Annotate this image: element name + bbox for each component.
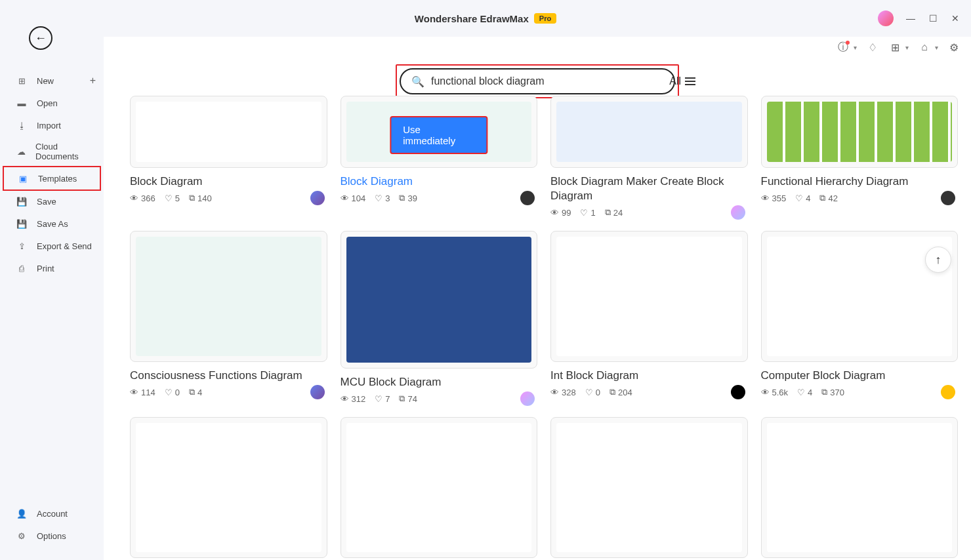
- search-highlight-box: 🔍: [396, 64, 679, 98]
- author-avatar[interactable]: [310, 191, 325, 205]
- nav-label: New: [37, 76, 54, 86]
- scroll-top-button[interactable]: ↑: [925, 247, 951, 273]
- author-avatar[interactable]: [310, 385, 325, 399]
- settings-icon[interactable]: ⚙: [947, 41, 961, 54]
- sidebar: ← ⊞New+▬Open⭳Import☁Cloud Documents▣Temp…: [0, 0, 104, 560]
- sidebar-item-templates[interactable]: ▣Templates: [3, 166, 101, 191]
- heart-icon: ♡: [795, 193, 803, 203]
- filter-all[interactable]: All: [669, 75, 695, 87]
- template-thumbnail[interactable]: [550, 96, 748, 168]
- template-card[interactable]: Block Diagram Maker Create Block Diagram…: [550, 96, 748, 218]
- card-meta: 👁 114 ♡ 0 ⧉ 4: [130, 387, 327, 397]
- template-thumbnail[interactable]: [130, 231, 327, 362]
- sidebar-item-save[interactable]: 💾Save: [0, 190, 104, 212]
- plus-square-icon: ⊞: [16, 75, 28, 87]
- plus-icon[interactable]: +: [90, 75, 96, 87]
- sidebar-item-options[interactable]: ⚙Options: [0, 525, 104, 547]
- sidebar-item-account[interactable]: 👤Account: [0, 502, 104, 525]
- copies-count: ⧉ 4: [189, 387, 202, 397]
- likes-count: ♡ 7: [375, 394, 390, 404]
- template-card[interactable]: Consciousness Functions Diagram 👁 114 ♡ …: [130, 231, 327, 404]
- thumbnail-image: [556, 102, 742, 162]
- thumbnail-image: [346, 237, 532, 363]
- template-thumbnail[interactable]: [761, 417, 959, 558]
- nav-label: Options: [37, 531, 66, 541]
- card-meta: 👁 5.6k ♡ 4 ⧉ 370: [761, 387, 959, 397]
- likes-count: ♡ 1: [580, 208, 595, 218]
- copy-icon: ⧉: [609, 387, 615, 397]
- search-input[interactable]: [431, 75, 663, 87]
- sidebar-item-print[interactable]: ⎙Print: [0, 257, 104, 279]
- template-title: Computer Block Diagram: [761, 369, 959, 383]
- use-immediately-button[interactable]: Use immediately: [390, 116, 487, 154]
- template-thumbnail[interactable]: [130, 417, 327, 558]
- card-meta: 👁 366 ♡ 5 ⧉ 140: [130, 193, 327, 203]
- copies-count: ⧉ 39: [399, 193, 417, 203]
- author-avatar[interactable]: [941, 385, 955, 399]
- template-card[interactable]: Circuit Block Diagram: [130, 417, 327, 560]
- template-thumbnail[interactable]: [550, 417, 748, 558]
- author-avatar[interactable]: [731, 205, 745, 220]
- print-icon: ⎙: [16, 262, 28, 274]
- thumbnail-image: [136, 423, 321, 552]
- template-card[interactable]: Monitor Block Diagram: [761, 417, 959, 560]
- template-thumbnail[interactable]: Use immediately: [341, 96, 538, 168]
- template-thumbnail[interactable]: [550, 231, 748, 362]
- user-avatar-icon[interactable]: [878, 10, 894, 26]
- copy-icon: ⧉: [605, 207, 611, 218]
- minimize-button[interactable]: —: [905, 13, 916, 24]
- maximize-button[interactable]: ☐: [928, 13, 938, 24]
- close-button[interactable]: ✕: [950, 13, 961, 24]
- template-card[interactable]: MCU Block Diagram 👁 312 ♡ 7 ⧉ 74: [341, 231, 538, 404]
- heart-icon: ♡: [375, 394, 382, 404]
- help-icon[interactable]: ⓘ: [837, 41, 850, 54]
- views-count: 👁 366: [130, 193, 155, 203]
- cloud-icon: ☁: [16, 146, 26, 157]
- sidebar-item-open[interactable]: ▬Open: [0, 92, 104, 114]
- apps-icon[interactable]: ⊞: [888, 41, 901, 54]
- template-card[interactable]: 667 Block Diagram: [550, 417, 748, 560]
- eye-icon: 👁: [761, 388, 770, 397]
- template-thumbnail[interactable]: [341, 417, 538, 558]
- eye-icon: 👁: [761, 193, 770, 203]
- template-card[interactable]: Functional Hierarchy Diagram 👁 355 ♡ 4 ⧉…: [761, 96, 959, 218]
- likes-count: ♡ 4: [797, 388, 812, 397]
- sidebar-item-save-as[interactable]: 💾Save As: [0, 212, 104, 235]
- eye-icon: 👁: [341, 193, 349, 203]
- template-thumbnail[interactable]: [341, 231, 538, 369]
- template-card[interactable]: Block Diagram 👁 366 ♡ 5 ⧉ 140: [130, 96, 327, 218]
- template-thumbnail[interactable]: [130, 96, 327, 168]
- bell-icon[interactable]: ♢: [866, 41, 879, 54]
- template-card[interactable]: Int Block Diagram 👁 328 ♡ 0 ⧉ 204: [550, 231, 748, 404]
- theme-icon[interactable]: ⌂: [918, 41, 931, 54]
- thumbnail-image: [767, 102, 953, 162]
- template-card[interactable]: [341, 417, 538, 560]
- copy-icon: ⧉: [399, 193, 405, 203]
- thumbnail-image: [136, 102, 321, 162]
- nav-label: Templates: [38, 174, 77, 184]
- template-title: Block Diagram Maker Create Block Diagram: [550, 174, 748, 203]
- nav-label: Save As: [37, 219, 68, 229]
- author-avatar[interactable]: [520, 191, 535, 205]
- views-count: 👁 355: [761, 193, 787, 203]
- account-icon: 👤: [16, 508, 28, 519]
- template-title: Block Diagram: [130, 174, 327, 189]
- sidebar-item-new[interactable]: ⊞New+: [0, 70, 104, 92]
- main-content: 🔍 All Block Diagram 👁 366 ♡ 5 ⧉ 140 Use …: [104, 63, 971, 560]
- search-icon: 🔍: [411, 75, 424, 88]
- thumbnail-image: [556, 237, 742, 356]
- window-controls: — ☐ ✕: [878, 10, 961, 26]
- author-avatar[interactable]: [941, 191, 955, 205]
- views-count: 👁 114: [130, 388, 155, 397]
- template-thumbnail[interactable]: [761, 96, 959, 168]
- back-button[interactable]: ←: [29, 26, 52, 50]
- author-avatar[interactable]: [731, 385, 745, 399]
- search-input-container[interactable]: 🔍: [400, 68, 675, 94]
- author-avatar[interactable]: [520, 391, 535, 406]
- thumbnail-image: [136, 237, 321, 356]
- sidebar-item-import[interactable]: ⭳Import: [0, 114, 104, 136]
- sidebar-item-export-send[interactable]: ⇪Export & Send: [0, 235, 104, 257]
- sidebar-item-cloud-documents[interactable]: ☁Cloud Documents: [0, 136, 104, 167]
- views-count: 👁 104: [341, 193, 366, 203]
- template-card[interactable]: Use immediately Block Diagram 👁 104 ♡ 3 …: [341, 96, 538, 218]
